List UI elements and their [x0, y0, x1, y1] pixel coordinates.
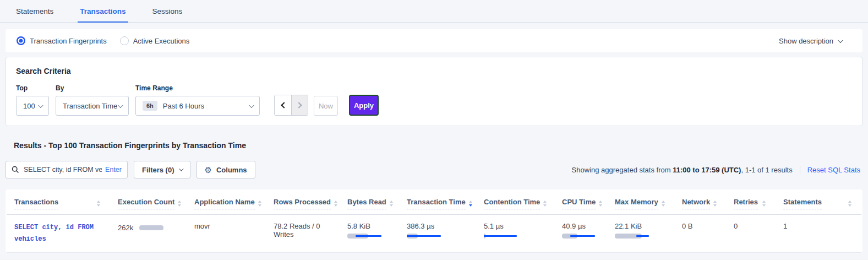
- cell-cpu-time: 40.9 µs: [554, 215, 607, 253]
- top-select-value: 100: [23, 102, 35, 110]
- chevron-down-icon: [179, 166, 183, 171]
- radio-active-executions[interactable]: Active Executions: [120, 36, 190, 45]
- sort-icon: [97, 201, 100, 207]
- stat-bar: [562, 234, 605, 239]
- gear-icon: ⚙: [205, 166, 212, 174]
- column-label: Transaction Time: [407, 198, 466, 209]
- sort-icon: [390, 201, 393, 207]
- sort-icon: [662, 201, 665, 207]
- tab-sessions[interactable]: Sessions: [150, 2, 185, 23]
- sort-icon: [258, 201, 261, 207]
- show-description-toggle[interactable]: Show description: [779, 37, 842, 45]
- chevron-down-icon: [838, 37, 843, 43]
- cell-bytes-read: 5.8 KiB: [340, 215, 399, 253]
- column-header-cpu-time[interactable]: CPU Time: [554, 189, 607, 215]
- filters-button[interactable]: Filters (0): [134, 161, 190, 178]
- apply-button[interactable]: Apply: [349, 95, 379, 116]
- column-header-retries[interactable]: Retries: [726, 189, 776, 215]
- top-field: Top 100: [16, 84, 49, 116]
- column-label: Statements: [783, 198, 822, 209]
- search-criteria-card: Search Criteria Top 100 By Transaction T…: [6, 57, 862, 126]
- column-header-statements[interactable]: Statements: [776, 189, 861, 215]
- sort-icon: [543, 201, 547, 207]
- time-range-badge: 6h: [143, 101, 157, 111]
- aggregated-stats-text: Showing aggregated stats from 11:00 to 1…: [572, 166, 793, 174]
- column-label: Retries: [734, 198, 758, 209]
- radio-unselected-icon: [120, 36, 129, 45]
- view-toggle-group: Transaction Fingerprints Active Executio…: [17, 36, 189, 45]
- results-toolbar: Enter Filters (0) ⚙ Columns Showing aggr…: [6, 161, 862, 178]
- tab-transactions[interactable]: Transactions: [78, 2, 128, 23]
- cell-max-memory: 22.1 KiB: [607, 215, 674, 253]
- column-header-application-name[interactable]: Application Name: [187, 189, 266, 215]
- filters-label: Filters (0): [142, 166, 174, 174]
- column-header-rows-processed[interactable]: Rows Processed: [266, 189, 340, 215]
- time-range-value: Past 6 Hours: [163, 102, 204, 110]
- cell-application-name: movr: [187, 215, 266, 253]
- column-header-max-memory[interactable]: Max Memory: [607, 189, 674, 215]
- radio-transaction-fingerprints[interactable]: Transaction Fingerprints: [17, 36, 107, 45]
- sort-icon: [762, 201, 766, 207]
- sort-icon: [713, 201, 717, 207]
- time-range-prev-button[interactable]: [275, 95, 291, 115]
- top-select[interactable]: 100: [16, 96, 49, 116]
- time-range-nav: [274, 95, 308, 116]
- by-label: By: [56, 84, 129, 92]
- time-range-next-button[interactable]: [291, 95, 308, 115]
- search-enter-button[interactable]: Enter: [105, 166, 122, 174]
- radio-label: Active Executions: [133, 37, 190, 45]
- show-description-label: Show description: [779, 37, 833, 45]
- stats-area: Showing aggregated stats from 11:00 to 1…: [572, 166, 862, 174]
- stat-bar: [484, 234, 552, 239]
- search-box: Enter: [6, 161, 128, 178]
- view-toggle-card: Transaction Fingerprints Active Executio…: [6, 29, 862, 52]
- top-label: Top: [16, 84, 49, 92]
- column-header-transactions[interactable]: Transactions: [7, 189, 110, 215]
- chevron-left-icon: [281, 102, 287, 108]
- column-label: Application Name: [194, 198, 255, 209]
- search-input[interactable]: [24, 166, 102, 174]
- column-header-transaction-time[interactable]: Transaction Time: [399, 189, 476, 215]
- column-header-contention-time[interactable]: Contention Time: [476, 189, 554, 215]
- chevron-down-icon: [118, 102, 123, 108]
- results-heading: Results - Top 100 Transaction Fingerprin…: [14, 141, 868, 150]
- column-label: Max Memory: [615, 198, 658, 209]
- stat-bar: [347, 234, 397, 239]
- time-range-select[interactable]: 6h Past 6 Hours: [135, 96, 260, 116]
- stat-bar: [407, 234, 474, 239]
- table-row: SELECT city, id FROM vehicles262kmovr78.…: [7, 215, 861, 253]
- sort-icon: [848, 201, 851, 207]
- cell-retries: 0: [726, 215, 776, 253]
- transactions-table-card: TransactionsExecution CountApplication N…: [6, 189, 862, 253]
- chevron-right-icon: [296, 102, 302, 108]
- cell-execution-count: 262k: [110, 215, 187, 253]
- cell-transaction: SELECT city, id FROM vehicles: [7, 215, 110, 253]
- cell-rows-processed: 78.2 Reads / 0 Writes: [266, 215, 340, 253]
- stat-bar: [615, 234, 672, 239]
- now-button[interactable]: Now: [314, 96, 338, 116]
- sort-icon: [599, 201, 602, 207]
- by-select[interactable]: Transaction Time: [56, 96, 129, 116]
- column-label: Network: [682, 198, 710, 209]
- chevron-down-icon: [38, 102, 43, 108]
- column-header-execution-count[interactable]: Execution Count: [110, 189, 187, 215]
- sort-icon: [178, 201, 181, 207]
- table-header-row: TransactionsExecution CountApplication N…: [7, 189, 861, 215]
- reset-sql-stats-link[interactable]: Reset SQL Stats: [800, 166, 860, 174]
- tab-statements[interactable]: Statements: [14, 2, 56, 23]
- column-header-network[interactable]: Network: [674, 189, 726, 215]
- transactions-table: TransactionsExecution CountApplication N…: [7, 189, 861, 253]
- sort-icon: [469, 201, 472, 207]
- radio-selected-icon: [17, 36, 25, 45]
- columns-button[interactable]: ⚙ Columns: [196, 161, 255, 178]
- transaction-fingerprint-link[interactable]: SELECT city, id FROM vehicles: [14, 222, 108, 245]
- column-header-bytes-read[interactable]: Bytes Read: [340, 189, 399, 215]
- cell-statements: 1: [776, 215, 861, 253]
- sort-icon: [334, 201, 337, 207]
- radio-label: Transaction Fingerprints: [30, 37, 107, 45]
- by-field: By Transaction Time: [56, 84, 129, 116]
- column-label: Contention Time: [484, 198, 540, 209]
- time-range-label: Time Range: [135, 84, 260, 92]
- search-criteria-title: Search Criteria: [16, 67, 852, 75]
- table-body: SELECT city, id FROM vehicles262kmovr78.…: [7, 215, 861, 253]
